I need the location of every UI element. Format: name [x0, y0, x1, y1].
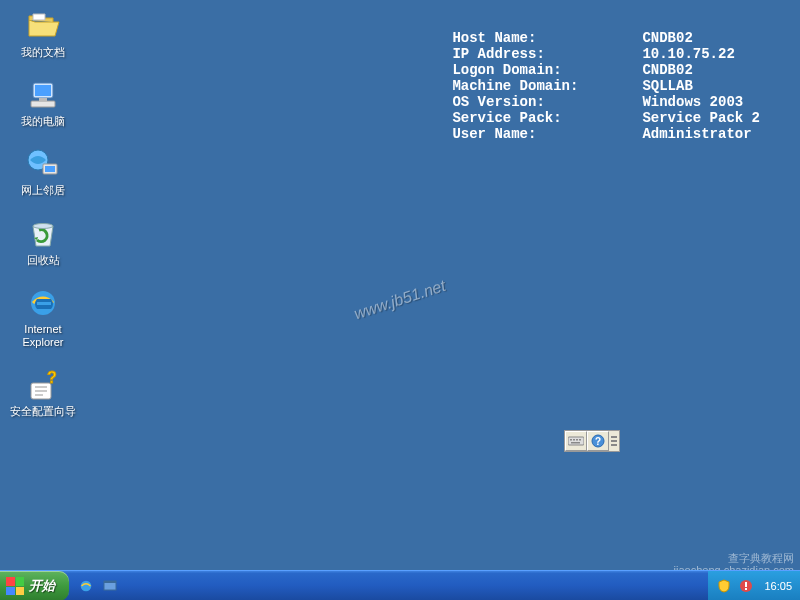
- network-places-icon[interactable]: 网上邻居: [8, 146, 78, 197]
- security-config-wizard-icon[interactable]: ? 安全配置向导: [8, 367, 78, 418]
- svg-point-7: [33, 223, 53, 228]
- bginfo-value: CNDB02: [642, 62, 692, 78]
- folder-open-icon: [25, 8, 61, 44]
- watermark-center: www.jb51.net: [352, 277, 448, 324]
- start-button[interactable]: 开始: [0, 571, 69, 600]
- icon-label: 安全配置向导: [10, 405, 76, 418]
- svg-text:?: ?: [47, 369, 57, 386]
- bginfo-label: Logon Domain:: [452, 62, 642, 78]
- svg-rect-14: [573, 439, 575, 441]
- taskbar: 开始 16:05: [0, 570, 800, 600]
- svg-rect-12: [568, 437, 584, 445]
- toolbar-grip[interactable]: [609, 431, 619, 451]
- ie-icon: [25, 285, 61, 321]
- taskbar-clock[interactable]: 16:05: [760, 580, 792, 592]
- svg-rect-22: [104, 581, 116, 583]
- svg-rect-2: [31, 101, 55, 107]
- bginfo-value: Administrator: [642, 126, 751, 142]
- internet-explorer-icon[interactable]: Internet Explorer: [8, 285, 78, 349]
- bginfo-value: SQLLAB: [642, 78, 692, 94]
- watermark-bottom-line1: 查字典教程网: [674, 552, 794, 564]
- bginfo-label: Host Name:: [452, 30, 642, 46]
- svg-rect-9: [37, 302, 51, 305]
- bginfo-label: IP Address:: [452, 46, 642, 62]
- desktop-icons-container: 我的文档 我的电脑 网上邻居: [8, 8, 78, 418]
- bginfo-value: 10.10.75.22: [642, 46, 734, 62]
- start-label: 开始: [29, 577, 55, 595]
- icon-label: 回收站: [27, 254, 60, 267]
- bginfo-label: Service Pack:: [452, 110, 642, 126]
- svg-rect-3: [39, 98, 47, 101]
- svg-rect-15: [576, 439, 578, 441]
- bginfo-label: Machine Domain:: [452, 78, 642, 94]
- desktop[interactable]: 我的文档 我的电脑 网上邻居: [0, 0, 800, 600]
- windows-flag-icon: [6, 577, 24, 595]
- bginfo-value: Service Pack 2: [642, 110, 760, 126]
- recycle-icon: [25, 216, 61, 252]
- icon-label: 网上邻居: [21, 184, 65, 197]
- wizard-icon: ?: [25, 367, 61, 403]
- svg-text:?: ?: [595, 436, 601, 447]
- svg-rect-6: [45, 166, 55, 172]
- bginfo-value: Windows 2003: [642, 94, 743, 110]
- icon-label: Internet Explorer: [23, 323, 64, 349]
- network-icon: [25, 146, 61, 182]
- computer-icon: [25, 77, 61, 113]
- svg-rect-1: [35, 85, 51, 96]
- floating-toolbar[interactable]: ?: [564, 430, 620, 452]
- toolbar-keyboard-button[interactable]: [565, 431, 587, 451]
- svg-rect-16: [579, 439, 581, 441]
- svg-rect-17: [571, 442, 580, 444]
- svg-rect-24: [745, 582, 747, 587]
- icon-label: 我的文档: [21, 46, 65, 59]
- my-computer-icon[interactable]: 我的电脑: [8, 77, 78, 128]
- ql-show-desktop-button[interactable]: [99, 575, 121, 597]
- toolbar-help-button[interactable]: ?: [587, 431, 609, 451]
- system-tray: 16:05: [708, 571, 800, 600]
- recycle-bin-icon[interactable]: 回收站: [8, 216, 78, 267]
- my-documents-icon[interactable]: 我的文档: [8, 8, 78, 59]
- bginfo-label: User Name:: [452, 126, 642, 142]
- svg-rect-25: [745, 588, 747, 590]
- tray-security-icon[interactable]: [716, 578, 732, 594]
- tray-warning-icon[interactable]: [738, 578, 754, 594]
- icon-label: 我的电脑: [21, 115, 65, 128]
- ql-ie-button[interactable]: [75, 575, 97, 597]
- quick-launch: [69, 571, 127, 600]
- bginfo-value: CNDB02: [642, 30, 692, 46]
- bginfo-label: OS Version:: [452, 94, 642, 110]
- bginfo-overlay: Host Name:CNDB02 IP Address:10.10.75.22 …: [452, 30, 760, 142]
- svg-rect-13: [570, 439, 572, 441]
